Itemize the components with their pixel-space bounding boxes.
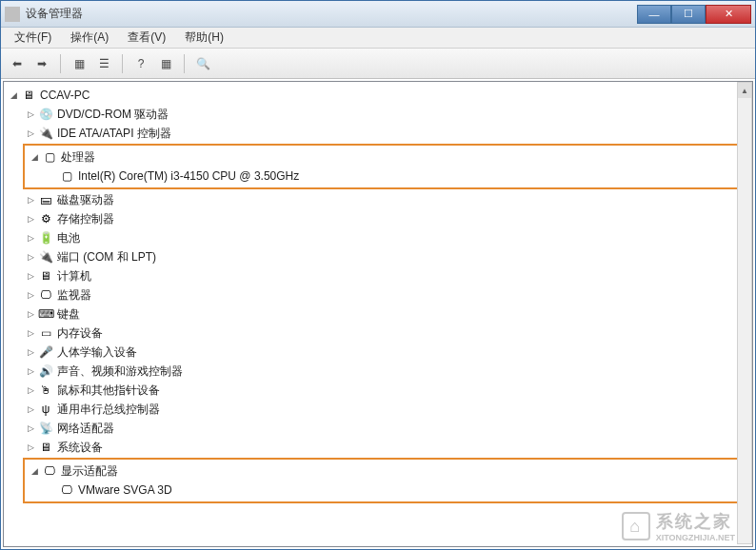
cpu-icon: ▢ (42, 149, 57, 165)
display-highlight: ◢ 🖵 显示适配器 ▷ 🖵 VMware SVGA 3D (23, 458, 750, 503)
battery-node[interactable]: ▷ 🔋 电池 (23, 228, 750, 247)
ide-node[interactable]: ▷ 🔌 IDE ATA/ATAPI 控制器 (23, 124, 750, 143)
display-item-node[interactable]: ▷ 🖵 VMware SVGA 3D (44, 481, 746, 500)
memory-label: 内存设备 (57, 325, 103, 342)
separator (184, 54, 185, 73)
hid-label: 人体学输入设备 (57, 344, 137, 361)
processor-item-node[interactable]: ▷ ▢ Intel(R) Core(TM) i3-4150 CPU @ 3.50… (44, 167, 746, 186)
device-manager-window: 设备管理器 — ☐ ✕ 文件(F) 操作(A) 查看(V) 帮助(H) ⬅ ➡ … (0, 0, 756, 550)
scan-button[interactable]: 🔍 (192, 53, 213, 74)
hid-node[interactable]: ▷ 🎤 人体学输入设备 (23, 343, 750, 362)
hid-icon: 🎤 (38, 344, 53, 360)
keyboard-label: 键盘 (57, 306, 80, 323)
disc-icon: 💿 (38, 107, 53, 122)
maximize-button[interactable]: ☐ (671, 5, 706, 24)
expand-icon[interactable]: ▷ (25, 108, 36, 120)
monitor-label: 监视器 (57, 287, 91, 304)
display-adapter-icon: 🖵 (59, 482, 74, 498)
expand-icon[interactable]: ▷ (25, 346, 36, 358)
system-label: 系统设备 (57, 440, 103, 456)
collapse-icon[interactable]: ◢ (29, 465, 40, 477)
system-icon: 🖥 (38, 440, 53, 455)
mouse-label: 鼠标和其他指针设备 (57, 383, 160, 399)
expand-icon[interactable]: ▷ (25, 308, 36, 320)
storage-icon: ⚙ (38, 211, 53, 226)
root-node[interactable]: ◢ 🖥 CCAV-PC (6, 86, 750, 105)
expand-icon[interactable]: ▷ (25, 128, 36, 139)
monitor-node[interactable]: ▷ 🖵 监视器 (23, 285, 750, 304)
view-button-3[interactable]: ▦ (155, 53, 176, 74)
computer-label: 计算机 (57, 268, 91, 285)
scan-icon: 🔍 (196, 57, 210, 70)
display-item-label: VMware SVGA 3D (78, 483, 172, 497)
expand-icon[interactable]: ▷ (25, 270, 36, 282)
usb-label: 通用串行总线控制器 (57, 402, 160, 418)
memory-node[interactable]: ▷ ▭ 内存设备 (23, 324, 750, 343)
scroll-up-icon[interactable]: ▲ (738, 83, 751, 98)
processor-highlight: ◢ ▢ 处理器 ▷ ▢ Intel(R) Core(TM) i3-4150 CP… (23, 144, 750, 189)
separator (122, 54, 123, 73)
close-button[interactable]: ✕ (706, 5, 751, 24)
disk-icon: 🖴 (38, 192, 53, 207)
battery-label: 电池 (57, 230, 80, 246)
usb-icon: ψ (38, 402, 53, 417)
keyboard-node[interactable]: ▷ ⌨ 键盘 (23, 304, 750, 324)
ports-node[interactable]: ▷ 🔌 端口 (COM 和 LPT) (23, 247, 750, 266)
menubar: 文件(F) 操作(A) 查看(V) 帮助(H) (1, 28, 755, 49)
menu-file[interactable]: 文件(F) (5, 28, 61, 48)
minimize-button[interactable]: — (637, 5, 671, 24)
view-button-1[interactable]: ▦ (69, 53, 90, 74)
sound-node[interactable]: ▷ 🔊 声音、视频和游戏控制器 (23, 362, 750, 381)
view-button-2[interactable]: ☰ (93, 53, 114, 74)
expand-icon[interactable]: ▷ (25, 384, 36, 396)
list-icon: ☰ (99, 57, 109, 70)
menu-action[interactable]: 操作(A) (61, 28, 118, 48)
processor-item-label: Intel(R) Core(TM) i3-4150 CPU @ 3.50GHz (78, 169, 299, 183)
separator (60, 54, 61, 73)
cpu-icon: ▢ (59, 168, 74, 184)
computer-node[interactable]: ▷ 🖥 计算机 (23, 266, 750, 285)
processor-label: 处理器 (61, 149, 95, 166)
expand-icon[interactable]: ▷ (25, 442, 36, 453)
vertical-scrollbar[interactable]: ▲ (737, 82, 752, 544)
grid-icon: ▦ (74, 57, 85, 70)
collapse-icon[interactable]: ◢ (29, 151, 40, 163)
expand-icon[interactable]: ▷ (25, 289, 36, 301)
expand-icon[interactable]: ▷ (25, 403, 36, 415)
storage-node[interactable]: ▷ ⚙ 存储控制器 (23, 209, 750, 228)
collapse-icon[interactable]: ◢ (8, 89, 19, 101)
expand-icon[interactable]: ▷ (25, 365, 36, 377)
usb-node[interactable]: ▷ ψ 通用串行总线控制器 (23, 400, 750, 419)
display-adapter-icon: 🖵 (42, 463, 57, 479)
display-node[interactable]: ◢ 🖵 显示适配器 (27, 462, 746, 481)
processor-node[interactable]: ◢ ▢ 处理器 (27, 147, 746, 167)
ide-icon: 🔌 (38, 126, 53, 141)
help-toolbar-button[interactable]: ? (130, 53, 151, 74)
expand-icon[interactable]: ▷ (25, 213, 36, 225)
expand-icon[interactable]: ▷ (25, 232, 36, 244)
ide-label: IDE ATA/ATAPI 控制器 (57, 126, 171, 142)
mouse-node[interactable]: ▷ 🖱 鼠标和其他指针设备 (23, 381, 750, 400)
menu-help[interactable]: 帮助(H) (175, 28, 233, 48)
expand-icon[interactable]: ▷ (25, 194, 36, 206)
disk-node[interactable]: ▷ 🖴 磁盘驱动器 (23, 190, 750, 209)
arrow-left-icon: ⬅ (12, 57, 22, 70)
menu-view[interactable]: 查看(V) (118, 28, 175, 48)
network-node[interactable]: ▷ 📡 网络适配器 (23, 419, 750, 438)
expand-icon[interactable]: ▷ (25, 327, 36, 339)
expand-icon[interactable]: ▷ (25, 422, 36, 434)
dvd-label: DVD/CD-ROM 驱动器 (57, 107, 169, 123)
mouse-icon: 🖱 (38, 383, 53, 398)
network-label: 网络适配器 (57, 421, 114, 437)
back-button[interactable]: ⬅ (7, 53, 28, 74)
root-label: CCAV-PC (40, 88, 90, 102)
forward-button[interactable]: ➡ (31, 53, 52, 74)
expand-icon[interactable]: ▷ (25, 251, 36, 263)
sound-label: 声音、视频和游戏控制器 (57, 363, 183, 380)
arrow-right-icon: ➡ (37, 57, 47, 70)
system-node[interactable]: ▷ 🖥 系统设备 (23, 438, 750, 457)
dvd-node[interactable]: ▷ 💿 DVD/CD-ROM 驱动器 (23, 105, 750, 124)
titlebar: 设备管理器 — ☐ ✕ (1, 1, 755, 28)
ports-label: 端口 (COM 和 LPT) (57, 249, 156, 265)
tree-view[interactable]: ◢ 🖥 CCAV-PC ▷ 💿 DVD/CD-ROM 驱动器 ▷ 🔌 IDE A… (3, 81, 753, 547)
